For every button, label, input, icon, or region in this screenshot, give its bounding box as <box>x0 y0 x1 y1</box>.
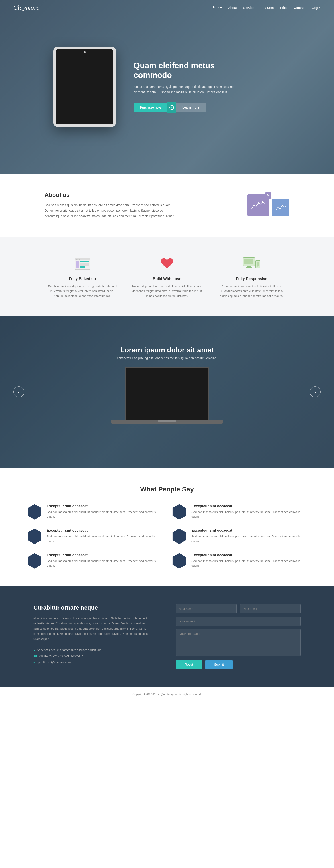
avatar <box>172 553 187 569</box>
avatar <box>172 529 187 544</box>
nav-features[interactable]: Features <box>261 6 274 9</box>
footer: Copyright 2013-2014 @andreyyam. All righ… <box>0 687 334 701</box>
testimonial-content: Excepteur sint occaecat Sed non massa qu… <box>191 504 307 519</box>
testimonial-name: Excepteur sint occaecat <box>191 529 307 533</box>
heart-icon <box>158 255 176 273</box>
testimonial-text: Sed non massa quis nisl tincidunt posuer… <box>191 534 307 544</box>
nav-links: Home About Service Features Price Contac… <box>213 5 321 10</box>
slideshow-title: Lorem ipsum dolor sit amet <box>117 346 217 354</box>
contact-address: ● venenatis neque sit amet ante aliquam … <box>33 648 158 652</box>
about-title: About us <box>44 191 178 198</box>
chart-badge: 74 <box>265 192 271 198</box>
list-item: Excepteur sint occaecat Sed non massa qu… <box>172 553 307 569</box>
chart-card-main: 74 <box>247 194 269 216</box>
responsive-icon <box>243 255 261 273</box>
testimonial-name: Excepteur sint occaecat <box>191 553 307 557</box>
hero-description: Iuctus at sit amet urna. Quisque non aug… <box>133 84 241 95</box>
feature-baked: Fully Baked up Curabitur tincidunt dapib… <box>47 255 118 299</box>
feature-baked-title: Fully Baked up <box>47 277 118 281</box>
feature-love-title: Build With Love <box>131 277 203 281</box>
name-input[interactable] <box>176 604 237 613</box>
laptop-screen <box>125 367 209 420</box>
phone-icon: ☎ <box>33 655 37 658</box>
hero-title: Quam eleifend metus commodo <box>133 61 241 80</box>
form-buttons: Reset Submit <box>176 660 301 669</box>
hero-text-block: Quam eleifend metus commodo Iuctus at si… <box>133 61 241 113</box>
hero-content: Quam eleifend metus commodo Iuctus at si… <box>44 47 290 127</box>
subject-select[interactable]: your subject Option 1 Option 2 <box>176 617 301 626</box>
testimonial-name: Excepteur sint occaecat <box>47 553 162 557</box>
avatar <box>27 553 42 569</box>
about-description: Sed non massa quis nisl tincidunt posuer… <box>44 202 178 219</box>
testimonial-text: Sed non massa quis nisl tincidunt posuer… <box>47 510 162 519</box>
subject-wrapper: your subject Option 1 Option 2 <box>176 617 301 629</box>
button-divider <box>167 102 176 113</box>
svg-point-0 <box>257 202 259 204</box>
submit-button[interactable]: Submit <box>205 660 233 669</box>
hero-buttons: Purchase now Learn more <box>133 102 241 113</box>
svg-point-2 <box>282 205 283 206</box>
navigation: Claymore Home About Service Features Pri… <box>0 0 334 15</box>
avatar <box>27 504 42 520</box>
contact-phone: ☎ 0888-7738-21 / 0977-333-222-111 <box>33 655 158 658</box>
list-item: Excepteur sint occaecat Sed non massa qu… <box>27 553 162 569</box>
purchase-now-button[interactable]: Purchase now <box>133 102 167 113</box>
nav-service[interactable]: Service <box>243 6 254 9</box>
testimonial-name: Excepteur sint occaecat <box>47 529 162 533</box>
svg-rect-9 <box>256 261 259 266</box>
testimonial-content: Excepteur sint occaecat Sed non massa qu… <box>47 504 162 519</box>
testimonials-grid: Excepteur sint occaecat Sed non massa qu… <box>27 504 307 569</box>
slideshow-text: Lorem ipsum dolor sit amet consectetur a… <box>117 346 217 360</box>
divider-circle <box>170 105 174 110</box>
footer-text: Copyright 2013-2014 @andreyyam. All righ… <box>132 692 202 696</box>
svg-text:74: 74 <box>281 203 283 205</box>
message-textarea[interactable] <box>176 629 301 656</box>
feature-responsive-title: Fully Responsive <box>216 277 287 281</box>
testimonial-text: Sed non massa quis nisl tincidunt posuer… <box>47 559 162 568</box>
email-input[interactable] <box>240 604 301 613</box>
feature-responsive-description: Aliquam mattis massa at ante tincidunt u… <box>216 284 287 299</box>
learn-more-button[interactable]: Learn more <box>176 102 206 113</box>
avatar <box>172 504 187 520</box>
about-section: About us Sed non massa quis nisl tincidu… <box>0 174 334 237</box>
contact-description: id sagittis commodo. Vivamus rhoncus feu… <box>33 616 158 642</box>
slideshow-section: Lorem ipsum dolor sit amet consectetur a… <box>0 316 334 468</box>
testimonial-content: Excepteur sint occaecat Sed non massa qu… <box>191 553 307 568</box>
svg-point-10 <box>257 267 258 267</box>
about-image: 74 74 <box>247 194 290 216</box>
nav-price[interactable]: Price <box>280 6 287 9</box>
testimonial-text: Sed non massa quis nisl tincidunt posuer… <box>191 559 307 568</box>
about-text: About us Sed non massa quis nisl tincidu… <box>44 191 178 219</box>
slide-prev-button[interactable]: ‹ <box>13 386 25 398</box>
contact-title: Curabitur ornare neque <box>33 604 158 611</box>
nav-contact[interactable]: Contact <box>294 6 305 9</box>
chart-graph <box>250 198 266 212</box>
svg-point-1 <box>262 201 264 203</box>
testimonial-text: Sed non massa quis nisl tincidunt posuer… <box>47 534 162 544</box>
testimonial-name: Excepteur sint occaecat <box>47 504 162 508</box>
testimonial-content: Excepteur sint occaecat Sed non massa qu… <box>47 553 162 568</box>
list-item: Excepteur sint occaecat Sed non massa qu… <box>172 504 307 520</box>
nav-home[interactable]: Home <box>213 5 222 10</box>
nav-about[interactable]: About <box>228 6 237 9</box>
svg-rect-5 <box>244 259 253 265</box>
tablet-screen <box>56 50 113 124</box>
nav-login[interactable]: Login <box>311 6 321 9</box>
location-icon: ● <box>33 648 35 652</box>
chart-graph-small: 74 <box>275 203 287 213</box>
testimonial-name: Excepteur sint occaecat <box>191 504 307 508</box>
svg-rect-7 <box>246 267 252 268</box>
contact-section: Curabitur ornare neque id sagittis commo… <box>0 586 334 687</box>
contact-form: your subject Option 1 Option 2 Reset Sub… <box>176 604 301 669</box>
features-section: Fully Baked up Curabitur tincidunt dapib… <box>0 237 334 316</box>
feature-responsive: Fully Responsive Aliquam mattis massa at… <box>216 255 287 299</box>
laptop-device <box>111 367 223 438</box>
contact-info: Curabitur ornare neque id sagittis commo… <box>33 604 158 669</box>
slide-next-button[interactable]: › <box>309 386 321 398</box>
email-icon: ✉ <box>33 661 36 664</box>
avatar <box>27 529 42 544</box>
slideshow-subtitle: consectetur adipiscing elit. Maecenas fa… <box>117 356 217 360</box>
contact-address-text: venenatis neque sit amet ante aliquam so… <box>37 648 101 652</box>
reset-button[interactable]: Reset <box>176 660 202 669</box>
testimonials-title: What People Say <box>27 486 307 493</box>
